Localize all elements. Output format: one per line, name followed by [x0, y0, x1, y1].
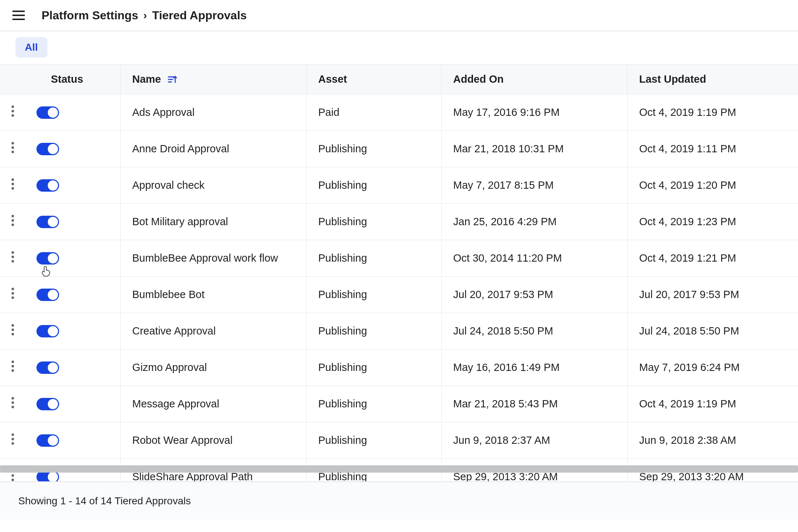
row-actions-menu[interactable] — [0, 422, 26, 458]
column-header-last-updated[interactable]: Last Updated — [627, 64, 798, 94]
status-toggle[interactable] — [36, 289, 59, 301]
cell-name: Message Approval — [132, 398, 220, 410]
header-bar: Platform Settings › Tiered Approvals — [0, 0, 798, 31]
column-header-name-label: Name — [132, 73, 161, 85]
table-row[interactable]: Message ApprovalPublishingMar 21, 2018 5… — [0, 386, 798, 422]
row-actions-menu[interactable] — [0, 277, 26, 313]
table-footer: Showing 1 - 14 of 14 Tiered Approvals — [0, 481, 798, 520]
table-row[interactable]: Robot Wear ApprovalPublishingJun 9, 2018… — [0, 422, 798, 459]
svg-point-36 — [12, 479, 14, 481]
column-header-name[interactable]: Name — [120, 64, 306, 94]
more-vertical-icon — [11, 360, 14, 375]
cell-name: Creative Approval — [132, 325, 216, 337]
cell-name: Ads Approval — [132, 106, 195, 118]
table-row[interactable]: BumbleBee Approval work flowPublishingOc… — [0, 240, 798, 277]
cell-asset: Publishing — [318, 325, 367, 337]
svg-point-24 — [12, 333, 14, 336]
svg-point-22 — [12, 324, 14, 327]
status-toggle[interactable] — [36, 106, 59, 119]
row-actions-menu[interactable] — [0, 240, 26, 276]
cell-asset: Publishing — [318, 434, 367, 446]
status-toggle[interactable] — [36, 361, 59, 374]
cell-added-on: Oct 30, 2014 11:20 PM — [453, 252, 562, 264]
svg-point-29 — [12, 402, 14, 404]
approvals-table: Status Name — [0, 64, 798, 481]
status-toggle[interactable] — [36, 179, 59, 192]
breadcrumb-parent[interactable]: Platform Settings — [42, 9, 138, 22]
column-header-last-updated-label: Last Updated — [639, 73, 706, 85]
status-toggle[interactable] — [36, 143, 59, 155]
more-vertical-icon — [11, 287, 14, 302]
column-header-asset[interactable]: Asset — [306, 64, 441, 94]
cell-last-updated: Oct 4, 2019 1:19 PM — [639, 398, 736, 410]
table-row[interactable]: Bot Military approvalPublishingJan 25, 2… — [0, 204, 798, 240]
svg-point-4 — [12, 106, 14, 108]
cell-name: Gizmo Approval — [132, 361, 207, 373]
row-actions-menu[interactable] — [0, 349, 26, 386]
cell-name: Bot Military approval — [132, 216, 228, 227]
more-vertical-icon — [11, 105, 14, 120]
cell-last-updated: Jul 20, 2017 9:53 PM — [639, 289, 739, 300]
svg-point-25 — [12, 361, 14, 363]
svg-point-32 — [12, 438, 14, 441]
svg-point-19 — [12, 288, 14, 290]
more-vertical-icon — [11, 178, 14, 192]
svg-point-16 — [12, 251, 14, 254]
table-row[interactable]: Ads ApprovalPaidMay 17, 2016 9:16 PMOct … — [0, 94, 798, 131]
cell-last-updated: Oct 4, 2019 1:20 PM — [639, 179, 736, 191]
svg-point-33 — [12, 442, 14, 445]
row-actions-menu[interactable] — [0, 94, 26, 130]
chevron-right-icon: › — [143, 9, 147, 21]
row-actions-menu[interactable] — [0, 131, 26, 167]
horizontal-scrollbar[interactable] — [0, 465, 798, 473]
cell-last-updated: Oct 4, 2019 1:19 PM — [639, 106, 736, 118]
status-toggle[interactable] — [36, 216, 59, 228]
svg-point-14 — [12, 219, 14, 222]
row-actions-menu[interactable] — [0, 386, 26, 422]
hamburger-menu-button[interactable] — [12, 9, 26, 22]
cell-name: BumbleBee Approval work flow — [132, 252, 278, 264]
cell-asset: Publishing — [318, 252, 367, 264]
svg-point-6 — [12, 114, 14, 117]
svg-point-30 — [12, 406, 14, 408]
breadcrumb: Platform Settings › Tiered Approvals — [42, 9, 247, 22]
column-header-status[interactable]: Status — [26, 64, 120, 94]
row-actions-menu[interactable] — [0, 313, 26, 349]
status-toggle[interactable] — [36, 252, 59, 265]
filter-chip-row: All — [0, 31, 798, 64]
row-actions-menu[interactable] — [0, 204, 26, 240]
svg-point-28 — [12, 397, 14, 400]
table-row[interactable]: Anne Droid ApprovalPublishingMar 21, 201… — [0, 131, 798, 167]
table-row[interactable]: Bumblebee BotPublishingJul 20, 2017 9:53… — [0, 277, 798, 313]
cell-added-on: May 16, 2016 1:49 PM — [453, 361, 560, 373]
filter-chip-all[interactable]: All — [15, 37, 47, 58]
table-row[interactable]: Gizmo ApprovalPublishingMay 16, 2016 1:4… — [0, 349, 798, 386]
column-header-asset-label: Asset — [318, 73, 347, 85]
showing-text: Showing 1 - 14 of 14 Tiered Approvals — [18, 495, 191, 507]
sort-ascending-icon[interactable] — [166, 74, 177, 85]
status-toggle[interactable] — [36, 325, 59, 337]
column-header-actions — [0, 64, 26, 94]
status-toggle[interactable] — [36, 434, 59, 447]
cell-added-on: May 17, 2016 9:16 PM — [453, 106, 560, 118]
svg-point-18 — [12, 260, 14, 263]
svg-point-7 — [12, 142, 14, 145]
cell-last-updated: Oct 4, 2019 1:23 PM — [639, 216, 736, 227]
cell-name: Robot Wear Approval — [132, 434, 233, 446]
cell-asset: Publishing — [318, 179, 367, 191]
cell-name: Approval check — [132, 179, 205, 191]
table-row[interactable]: Creative ApprovalPublishingJul 24, 2018 … — [0, 313, 798, 349]
cell-asset: Publishing — [318, 143, 367, 154]
column-header-added-on-label: Added On — [453, 73, 504, 85]
more-vertical-icon — [11, 251, 14, 265]
svg-point-10 — [12, 179, 14, 181]
svg-point-12 — [12, 187, 14, 190]
more-vertical-icon — [11, 433, 14, 447]
cell-last-updated: Jul 24, 2018 5:50 PM — [639, 325, 739, 337]
breadcrumb-current[interactable]: Tiered Approvals — [152, 9, 247, 22]
table-row[interactable]: Approval checkPublishingMay 7, 2017 8:15… — [0, 167, 798, 204]
status-toggle[interactable] — [36, 398, 59, 410]
column-header-added-on[interactable]: Added On — [441, 64, 627, 94]
row-actions-menu[interactable] — [0, 167, 26, 203]
cell-last-updated: Oct 4, 2019 1:21 PM — [639, 252, 736, 264]
